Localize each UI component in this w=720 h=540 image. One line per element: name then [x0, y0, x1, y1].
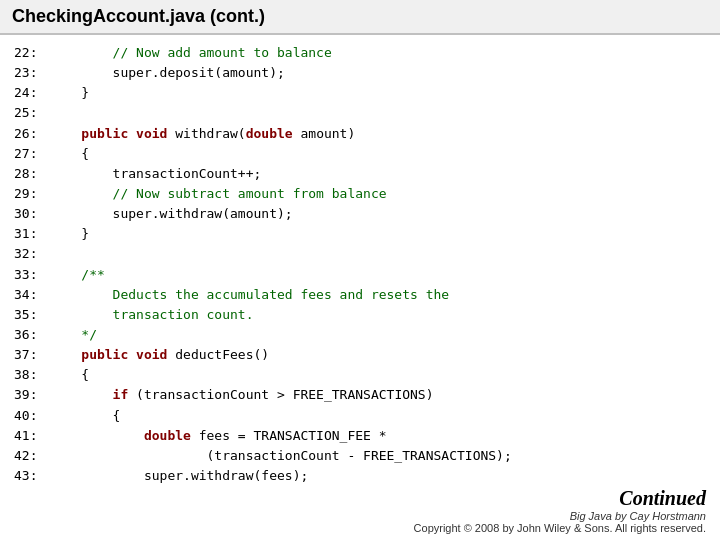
- table-row: 41: double fees = TRANSACTION_FEE *: [14, 426, 706, 446]
- line-number: 37:: [14, 345, 50, 365]
- line-code: super.withdraw(amount);: [50, 204, 706, 224]
- line-code: [50, 244, 706, 264]
- table-row: 22: // Now add amount to balance: [14, 43, 706, 63]
- app: CheckingAccount.java (cont.) 22: // Now …: [0, 0, 720, 540]
- table-row: 38: {: [14, 365, 706, 385]
- line-code: transaction count.: [50, 305, 706, 325]
- page-title: CheckingAccount.java (cont.): [12, 6, 265, 27]
- table-row: 42: (transactionCount - FREE_TRANSACTION…: [14, 446, 706, 466]
- code-token: public void: [50, 347, 175, 362]
- code-token: transaction count.: [50, 307, 254, 322]
- code-token: super.withdraw(fees);: [50, 468, 308, 483]
- table-row: 33: /**: [14, 265, 706, 285]
- line-number: 22:: [14, 43, 50, 63]
- line-number: 33:: [14, 265, 50, 285]
- code-token: {: [50, 146, 89, 161]
- code-token: /**: [50, 267, 105, 282]
- line-code: {: [50, 406, 706, 426]
- code-token: {: [50, 367, 89, 382]
- table-row: 40: {: [14, 406, 706, 426]
- footer: Continued Big Java by Cay Horstmann Copy…: [0, 483, 720, 540]
- table-row: 28: transactionCount++;: [14, 164, 706, 184]
- table-row: 35: transaction count.: [14, 305, 706, 325]
- line-number: 39:: [14, 385, 50, 405]
- line-number: 31:: [14, 224, 50, 244]
- continued-label: Continued: [414, 487, 706, 510]
- table-row: 39: if (transactionCount > FREE_TRANSACT…: [14, 385, 706, 405]
- code-token: }: [50, 226, 89, 241]
- line-code: }: [50, 224, 706, 244]
- line-number: 35:: [14, 305, 50, 325]
- code-token: withdraw(: [175, 126, 245, 141]
- code-token: super.deposit(amount);: [50, 65, 285, 80]
- table-row: 24: }: [14, 83, 706, 103]
- code-token: if: [50, 387, 128, 402]
- table-row: 29: // Now subtract amount from balance: [14, 184, 706, 204]
- line-number: 27:: [14, 144, 50, 164]
- code-token: (transactionCount > FREE_TRANSACTIONS): [128, 387, 433, 402]
- line-code: double fees = TRANSACTION_FEE *: [50, 426, 706, 446]
- line-number: 34:: [14, 285, 50, 305]
- code-token: Deducts the accumulated fees and resets …: [50, 287, 449, 302]
- table-row: 26: public void withdraw(double amount): [14, 124, 706, 144]
- table-row: 31: }: [14, 224, 706, 244]
- code-token: // Now add amount to balance: [50, 45, 332, 60]
- line-number: 41:: [14, 426, 50, 446]
- line-code: // Now subtract amount from balance: [50, 184, 706, 204]
- code-token: public void: [50, 126, 175, 141]
- code-token: double: [246, 126, 293, 141]
- line-code: /**: [50, 265, 706, 285]
- table-row: 30: super.withdraw(amount);: [14, 204, 706, 224]
- line-code: super.withdraw(fees);: [50, 466, 706, 483]
- line-code: transactionCount++;: [50, 164, 706, 184]
- title-bar: CheckingAccount.java (cont.): [0, 0, 720, 35]
- line-code: {: [50, 144, 706, 164]
- line-code: {: [50, 365, 706, 385]
- line-code: Deducts the accumulated fees and resets …: [50, 285, 706, 305]
- table-row: 37: public void deductFees(): [14, 345, 706, 365]
- line-code: public void withdraw(double amount): [50, 124, 706, 144]
- line-number: 24:: [14, 83, 50, 103]
- code-token: fees = TRANSACTION_FEE *: [191, 428, 387, 443]
- line-code: [50, 103, 706, 123]
- table-row: 27: {: [14, 144, 706, 164]
- code-token: // Now subtract amount from balance: [50, 186, 387, 201]
- line-number: 25:: [14, 103, 50, 123]
- line-code: super.deposit(amount);: [50, 63, 706, 83]
- line-number: 43:: [14, 466, 50, 483]
- line-number: 26:: [14, 124, 50, 144]
- code-table: 22: // Now add amount to balance23: supe…: [14, 43, 706, 483]
- line-number: 30:: [14, 204, 50, 224]
- code-token: }: [50, 85, 89, 100]
- line-code: */: [50, 325, 706, 345]
- line-code: // Now add amount to balance: [50, 43, 706, 63]
- code-token: {: [50, 408, 120, 423]
- byline: Big Java by Cay Horstmann: [414, 510, 706, 522]
- table-row: 34: Deducts the accumulated fees and res…: [14, 285, 706, 305]
- code-token: amount): [293, 126, 356, 141]
- line-number: 36:: [14, 325, 50, 345]
- code-token: (transactionCount - FREE_TRANSACTIONS);: [50, 448, 512, 463]
- line-code: public void deductFees(): [50, 345, 706, 365]
- code-token: transactionCount++;: [50, 166, 261, 181]
- table-row: 25:: [14, 103, 706, 123]
- table-row: 32:: [14, 244, 706, 264]
- line-number: 29:: [14, 184, 50, 204]
- code-token: */: [50, 327, 97, 342]
- table-row: 36: */: [14, 325, 706, 345]
- table-row: 43: super.withdraw(fees);: [14, 466, 706, 483]
- line-number: 40:: [14, 406, 50, 426]
- code-token: deductFees(): [175, 347, 269, 362]
- line-code: if (transactionCount > FREE_TRANSACTIONS…: [50, 385, 706, 405]
- line-number: 38:: [14, 365, 50, 385]
- table-row: 23: super.deposit(amount);: [14, 63, 706, 83]
- line-number: 32:: [14, 244, 50, 264]
- line-number: 23:: [14, 63, 50, 83]
- line-code: }: [50, 83, 706, 103]
- code-token: super.withdraw(amount);: [50, 206, 293, 221]
- content-area: 22: // Now add amount to balance23: supe…: [0, 35, 720, 483]
- code-body: 22: // Now add amount to balance23: supe…: [14, 43, 706, 483]
- line-code: (transactionCount - FREE_TRANSACTIONS);: [50, 446, 706, 466]
- line-number: 42:: [14, 446, 50, 466]
- line-number: 28:: [14, 164, 50, 184]
